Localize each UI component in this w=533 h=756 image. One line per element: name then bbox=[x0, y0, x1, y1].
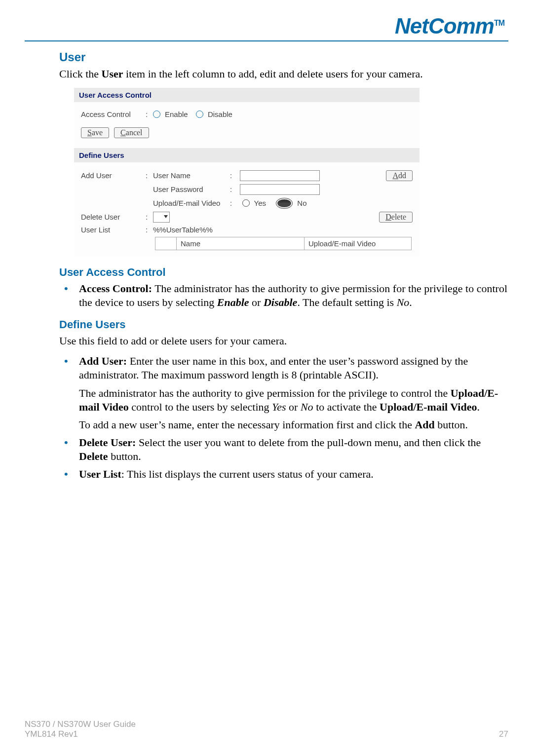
label-add-user: Add User bbox=[81, 171, 140, 180]
config-screenshot: User Access Control Access Control : Ena… bbox=[74, 88, 419, 257]
text-bold: Access Control: bbox=[79, 282, 152, 295]
label-user-list: User List bbox=[81, 226, 140, 234]
label-user-password: User Password bbox=[153, 185, 227, 193]
label-upload-email-video: Upload/E-mail Video bbox=[153, 199, 227, 207]
radio-uev-no[interactable] bbox=[276, 198, 293, 209]
label-enable: Enable bbox=[165, 110, 188, 118]
brand-logo: NetCommTM bbox=[25, 14, 508, 38]
radio-uev-yes[interactable] bbox=[242, 199, 250, 207]
th-index bbox=[155, 237, 177, 250]
bullet-access-control: Access Control: The administrator has th… bbox=[64, 282, 508, 309]
user-list-table: Name Upload/E-mail Video bbox=[155, 237, 412, 250]
radio-disable[interactable] bbox=[196, 111, 203, 118]
label-yes: Yes bbox=[254, 199, 266, 207]
bullet-delete-user: Delete User: Select the user you want to… bbox=[64, 436, 508, 463]
input-user-name[interactable] bbox=[240, 170, 320, 181]
heading-user-access-control: User Access Control bbox=[59, 266, 508, 279]
label-access-control: Access Control bbox=[81, 110, 140, 118]
brand-logo-text: NetComm bbox=[395, 14, 494, 38]
th-name: Name bbox=[177, 237, 305, 250]
select-delete-user[interactable] bbox=[153, 212, 170, 223]
colon: : bbox=[143, 110, 150, 118]
panel-header-uac: User Access Control bbox=[74, 88, 419, 102]
text: Click the bbox=[59, 68, 102, 80]
save-button[interactable]: Save bbox=[81, 127, 109, 138]
heading-define-users: Define Users bbox=[59, 318, 508, 331]
text-bold: User bbox=[102, 68, 123, 80]
panel-header-define-users: Define Users bbox=[74, 148, 419, 162]
bullet-user-list: User List: This list displays the curren… bbox=[64, 467, 508, 481]
add-button[interactable]: Add bbox=[386, 170, 413, 181]
footer-line2: YML814 Rev1 bbox=[25, 729, 136, 739]
input-user-password[interactable] bbox=[240, 184, 320, 195]
cancel-button[interactable]: Cancel bbox=[114, 127, 149, 138]
delete-button[interactable]: Delete bbox=[379, 212, 413, 223]
brand-logo-tm: TM bbox=[494, 19, 504, 27]
label-disable: Disable bbox=[208, 110, 232, 118]
header-rule bbox=[25, 40, 508, 41]
footer-line1: NS370 / NS370W User Guide bbox=[25, 719, 136, 729]
label-no: No bbox=[297, 199, 306, 207]
radio-enable[interactable] bbox=[153, 111, 160, 118]
define-users-paragraph: Use this field to add or delete users fo… bbox=[59, 334, 508, 348]
intro-paragraph: Click the User item in the left column t… bbox=[59, 67, 508, 81]
page-footer: NS370 / NS370W User Guide YML814 Rev1 27 bbox=[25, 719, 508, 739]
label-user-name: User Name bbox=[153, 171, 227, 180]
heading-user: User bbox=[59, 50, 508, 64]
page-number: 27 bbox=[499, 729, 508, 739]
text: item in the left column to add, edit and… bbox=[123, 68, 423, 80]
th-uev: Upload/E-mail Video bbox=[305, 237, 412, 250]
bullet-add-user: Add User: Enter the user name in this bo… bbox=[64, 354, 508, 432]
usertable-token: %%UserTable%% bbox=[153, 226, 213, 234]
label-delete-user: Delete User bbox=[81, 213, 140, 221]
